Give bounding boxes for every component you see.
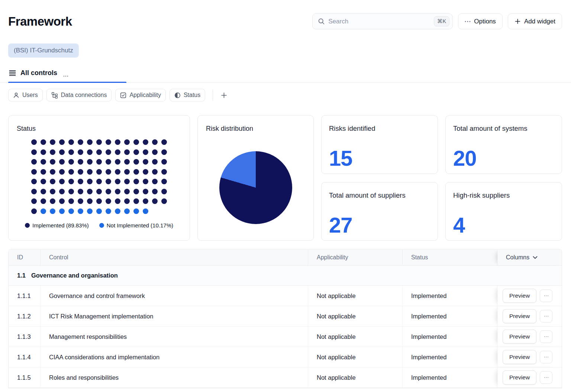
shortcut-badge: ⌘K [434,16,449,26]
stat-title: Risks identified [329,124,430,133]
search-field[interactable] [328,18,430,25]
table-row[interactable]: 1.1.5 Roles and responsibilities Not app… [9,367,562,388]
status-dot [106,179,111,184]
status-dot [152,169,158,175]
status-dot [115,179,120,184]
add-widget-button[interactable]: Add widget [508,13,562,29]
table-section-row[interactable]: 1.1 Governance and organisation [9,266,562,286]
section-id: 1.1 [17,272,26,279]
tab-all-controls[interactable]: All controls [8,69,58,82]
row-id: 1.1.1 [9,286,41,306]
status-dot [41,189,46,194]
table-row[interactable]: 1.1.2 ICT Risk Management implementation… [9,306,562,327]
status-dot-grid [17,139,181,214]
plus-icon [514,18,521,25]
status-dot [50,139,55,145]
row-more-button[interactable] [540,351,552,363]
status-dot [96,179,102,184]
add-widget-label: Add widget [524,18,555,25]
preview-button[interactable]: Preview [503,330,536,344]
options-button[interactable]: Options [458,13,503,29]
status-dot [115,198,120,204]
row-control: Management responsibilities [41,327,308,347]
table-row[interactable]: 1.1.3 Management responsibilities Not ap… [9,327,562,347]
row-applicability: Not applicable [308,347,403,367]
row-actions: Preview [497,367,562,388]
table-row[interactable]: 1.1.4 CIAA considerations and implementa… [9,347,562,367]
ellipsis-icon [544,377,549,378]
row-more-button[interactable] [540,289,552,302]
controls-table: ID Control Applicability Status Columns … [8,249,562,388]
stat-card-total-systems: Total amount of systems 20 [445,115,562,174]
legend-implemented-label: Implemented (89.83%) [32,222,89,229]
status-dot [78,198,83,204]
status-dot [87,139,93,145]
stat-value: 4 [453,214,554,236]
add-filter-button[interactable] [219,90,229,100]
status-dot [152,149,158,155]
status-dot [68,208,74,214]
stat-value: 27 [329,214,430,236]
status-dot [41,149,46,155]
row-more-button[interactable] [540,371,552,384]
preview-button[interactable]: Preview [503,289,536,303]
status-dot [152,159,158,165]
status-dot [78,149,83,155]
stat-title: High-risk suppliers [453,191,554,200]
search-input[interactable]: ⌘K [312,13,453,29]
status-dot [143,189,148,194]
table-row[interactable]: 1.1.1 Governance and control framework N… [9,286,562,306]
framework-chip-label: (BSI) IT-Grundschutz [14,47,73,54]
status-dot [87,198,93,204]
filter-data-connections[interactable]: Data connections [46,89,112,101]
status-dot [124,189,130,194]
stat-value: 15 [329,148,430,169]
filter-applicability-label: Applicability [129,92,161,98]
status-dot [41,179,46,184]
preview-button[interactable]: Preview [503,370,536,385]
status-dot [133,198,139,204]
row-more-button[interactable] [540,310,552,323]
filter-users[interactable]: Users [8,89,43,101]
columns-menu-button[interactable]: Columns [497,249,562,265]
filter-applicability[interactable]: Applicability [115,89,165,101]
status-dot [124,198,130,204]
row-more-button[interactable] [540,330,552,343]
section-title: Governance and organisation [31,272,118,279]
header-control: Control [41,249,308,265]
status-dot [59,198,65,204]
status-dot [50,159,55,165]
status-dot [68,139,74,145]
status-dot [59,169,65,175]
status-dot [41,198,46,204]
status-dot [50,189,55,194]
ellipsis-icon [544,315,549,317]
status-dot [152,189,158,194]
status-dot [106,149,111,155]
framework-chip[interactable]: (BSI) IT-Grundschutz [8,43,79,58]
status-dot [143,179,148,184]
list-icon [9,70,16,76]
preview-button[interactable]: Preview [503,350,536,364]
row-control: CIAA considerations and implementation [41,347,308,367]
filter-status[interactable]: Status [170,89,205,101]
status-dot [59,149,65,155]
row-control: Governance and control framework [41,286,308,306]
status-dot [115,159,120,165]
status-dot [124,179,130,184]
row-applicability: Not applicable [308,327,403,347]
status-dot [96,169,102,175]
status-dot [106,139,111,145]
ellipsis-icon [465,21,471,22]
status-dot [115,169,120,175]
status-dot [133,159,139,165]
status-dot [78,139,83,145]
status-dot [41,159,46,165]
status-dot [50,149,55,155]
status-dot [96,189,102,194]
table-header-row: ID Control Applicability Status Columns [9,249,562,266]
status-dot [106,159,111,165]
tab-all-controls-label: All controls [20,69,57,77]
preview-button[interactable]: Preview [503,309,536,323]
status-dot [87,179,93,184]
